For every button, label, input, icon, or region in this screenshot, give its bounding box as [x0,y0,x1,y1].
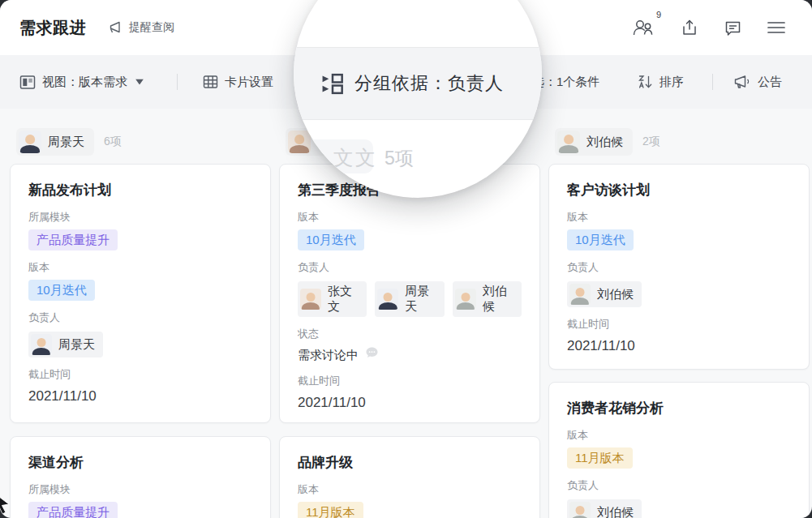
field-label: 截止时间 [567,317,791,332]
module-tag: 产品质量提升 [28,502,118,518]
column-item-count: 2项 [642,135,660,149]
column-header: 刘伯候 2项 [555,128,810,156]
owner-pill: 周景天 [28,332,103,357]
avatar [569,284,591,305]
card-settings-button[interactable]: 卡片设置 [203,75,273,90]
field-label: 状态 [298,327,522,341]
field-label: 版本 [567,210,791,225]
column-liubohou: 刘伯候 2项 客户访谈计划 版本 10月迭代 负责人 刘伯候 截止时间 2021… [548,109,810,518]
card-channel-analysis[interactable]: 渠道分析 所属模块 产品质量提升 [10,436,271,518]
field-label: 负责人 [567,260,791,275]
card-consumer-spending-analysis[interactable]: 消费者花销分析 版本 11月版本 负责人 刘伯候 [548,382,810,518]
collaborators-button[interactable]: 9 [631,17,655,38]
avatar [455,289,476,310]
board-view-icon [19,75,36,89]
field-label: 截止时间 [28,367,252,382]
remind-review-button[interactable]: 提醒查阅 [107,20,174,35]
card-title: 消费者花销分析 [567,399,791,418]
column-zhoujingtian: 周景天 6项 新品发布计划 所属模块 产品质量提升 版本 10月迭代 负责人 周… [10,109,271,518]
status-text: 需求讨论中 [298,346,359,364]
grid-icon [203,75,218,89]
sort-label: 排序 [659,75,684,90]
toolbar-divider [712,74,713,90]
view-selector-label: 视图：版本需求 [42,75,127,90]
comment-bubble-icon[interactable] [365,346,379,364]
field-label: 版本 [298,210,522,225]
card-settings-label: 卡片设置 [225,75,273,90]
column-owner-name: 刘伯候 [586,135,623,150]
due-date: 2021/11/10 [567,336,791,356]
card-title: 新品发布计划 [28,181,252,200]
owner-pill: 刘伯候 [567,499,642,518]
page-title: 需求跟进 [19,17,86,39]
version-tag: 10月迭代 [298,229,364,250]
version-tag: 10月迭代 [28,280,95,301]
collaborators-count-badge: 9 [656,10,661,19]
owner-pill: 张文文 [298,281,367,317]
field-label: 所属模块 [28,482,252,497]
requirement-tracking-app: 需求跟进 提醒查阅 9 [0,0,812,518]
owner-name: 周景天 [405,284,436,315]
remind-megaphone-icon [107,20,122,35]
chevron-down-icon [135,79,144,85]
field-label: 负责人 [298,260,522,275]
avatar [31,334,52,355]
card-title: 渠道分析 [28,453,252,473]
due-date: 2021/11/10 [28,387,252,406]
announcement-label: 公告 [758,75,782,90]
field-label: 负责人 [28,310,252,325]
avatar [300,289,321,310]
card-customer-interview-plan[interactable]: 客户访谈计划 版本 10月迭代 负责人 刘伯候 截止时间 2021/11/10 [548,164,810,370]
view-selector[interactable]: 视图：版本需求 [19,75,144,90]
group-by-icon [321,73,344,95]
owner-name: 刘伯候 [597,505,634,518]
sort-az-icon [638,75,653,90]
avatar [557,131,580,153]
field-label: 版本 [28,260,252,275]
column-owner-chip[interactable]: 周景天 [16,128,94,156]
card-brand-upgrade[interactable]: 品牌升级 版本 11月版本 [279,436,540,518]
avatar [288,131,311,153]
owner-pill: 刘伯候 [453,281,522,317]
announcement-megaphone-icon [733,75,751,90]
magnified-group-by: 分组依据：负责人 [321,70,504,97]
card-title: 品牌升级 [298,453,522,473]
field-label: 截止时间 [298,374,522,388]
card-title: 客户访谈计划 [567,181,791,200]
comment-icon[interactable] [724,19,742,37]
version-tag: 10月迭代 [567,229,634,250]
header-actions: 9 [631,17,786,38]
due-date: 2021/11/10 [298,393,522,413]
owner-name: 刘伯候 [483,284,513,315]
card-q3-report[interactable]: 第三季度报告 版本 10月迭代 负责人 张文文 周景天 刘伯候 [279,164,540,423]
share-icon[interactable] [680,18,699,37]
announcement-button[interactable]: 公告 [733,75,782,90]
field-label: 版本 [567,428,791,443]
owner-pill: 周景天 [375,281,444,317]
field-label: 所属模块 [28,210,252,225]
version-tag: 11月版本 [567,447,633,469]
column-owner-chip[interactable]: 刘伯候 [555,128,633,156]
menu-icon[interactable] [767,19,786,36]
field-label: 版本 [298,482,522,497]
remind-review-label: 提醒查阅 [129,20,174,35]
cursor-icon [0,493,11,518]
owner-name: 张文文 [328,284,359,315]
magnified-owner-name: 文文 [333,144,377,171]
card-new-product-plan[interactable]: 新品发布计划 所属模块 产品质量提升 版本 10月迭代 负责人 周景天 截止时间… [10,164,271,423]
sort-button[interactable]: 排序 [638,75,684,90]
column-header: 周景天 6项 [16,128,271,156]
magnified-item-count: 5项 [385,146,414,171]
field-label: 负责人 [567,478,791,493]
column-item-count: 6项 [104,135,122,149]
owner-name: 刘伯候 [597,287,634,302]
owner-pill: 刘伯候 [567,281,642,307]
toolbar-divider [177,74,178,90]
column-owner-name: 周景天 [48,135,84,150]
avatar [19,131,41,153]
module-tag: 产品质量提升 [28,229,118,250]
avatar [377,289,398,310]
avatar [569,502,591,518]
magnified-group-by-label: 分组依据：负责人 [354,71,504,96]
version-tag: 11月版本 [298,502,363,518]
